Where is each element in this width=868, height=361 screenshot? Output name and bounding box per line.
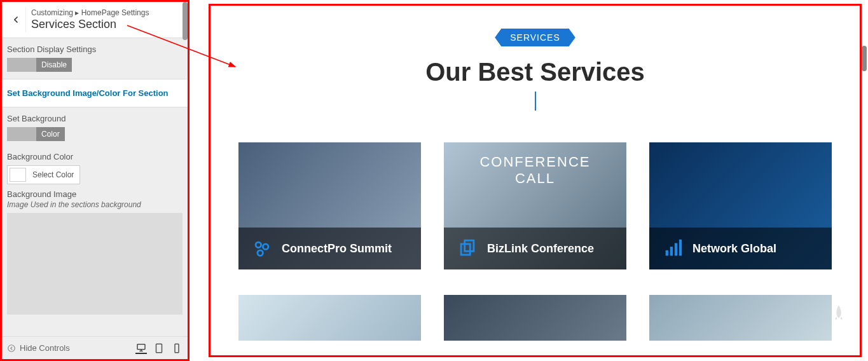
display-label: Section Display Settings <box>7 44 183 54</box>
service-card[interactable] <box>238 295 421 341</box>
color-swatch <box>10 168 26 182</box>
color-picker[interactable]: Select Color <box>7 165 80 184</box>
set-bg-label: Set Background <box>7 114 183 123</box>
preview-pane: SERVICES Our Best Services ConnectPro Su… <box>209 4 862 357</box>
service-cards-row: ConnectPro Summit CONFERENCECALL BizLink… <box>236 142 834 269</box>
tablet-icon[interactable] <box>153 343 165 354</box>
mobile-icon[interactable] <box>171 343 183 354</box>
breadcrumb: Customizing ▸ HomePage Settings <box>31 8 149 18</box>
svg-rect-1 <box>137 344 145 349</box>
collapse-icon <box>7 344 16 353</box>
bg-image-placeholder[interactable] <box>7 213 183 315</box>
service-card[interactable]: ConnectPro Summit <box>238 142 421 269</box>
hide-controls-label: Hide Controls <box>20 343 70 353</box>
svg-point-8 <box>258 250 263 256</box>
bg-toggle-button[interactable]: Color <box>36 127 65 141</box>
card-title: BizLink Conference <box>487 242 594 255</box>
back-button[interactable] <box>6 7 26 32</box>
svg-rect-13 <box>675 243 677 256</box>
svg-point-0 <box>8 344 15 351</box>
set-bg-link[interactable]: Set Background Image/Color For Section <box>2 79 188 107</box>
svg-point-6 <box>256 242 261 248</box>
display-settings-block: Section Display Settings Disable <box>2 38 188 79</box>
services-badge: SERVICES <box>495 29 575 46</box>
svg-rect-2 <box>156 344 162 353</box>
section-title: Services Section <box>31 18 149 31</box>
display-toggle-button[interactable]: Disable <box>36 58 72 72</box>
chevron-left-icon <box>11 15 21 25</box>
svg-point-7 <box>263 244 268 250</box>
scroll-top-rocket-icon[interactable] <box>829 302 848 325</box>
svg-rect-3 <box>175 344 179 353</box>
sidebar-footer: Hide Controls <box>2 336 188 359</box>
device-buttons <box>135 343 183 354</box>
bg-image-desc: Image Used in the sections background <box>7 200 183 209</box>
customizer-sidebar: Customizing ▸ HomePage Settings Services… <box>0 0 189 361</box>
display-toggle-track[interactable] <box>7 58 36 72</box>
svg-rect-11 <box>666 250 668 256</box>
gear-icon <box>251 238 273 259</box>
card-title: Network Global <box>692 242 776 255</box>
card-bg-text: CONFERENCECALL <box>444 154 626 187</box>
preview-title: Our Best Services <box>236 58 834 86</box>
bg-color-label: Background Color <box>7 152 183 161</box>
sidebar-scrollbar[interactable] <box>183 2 188 40</box>
bg-image-label: Background Image <box>7 189 183 199</box>
copy-icon <box>457 238 478 259</box>
select-color-button[interactable]: Select Color <box>29 168 78 181</box>
card-title: ConnectPro Summit <box>282 242 392 255</box>
sidebar-header: Customizing ▸ HomePage Settings Services… <box>2 2 188 38</box>
service-cards-row-2 <box>236 295 834 341</box>
hide-controls-button[interactable]: Hide Controls <box>7 343 70 353</box>
service-card[interactable] <box>444 295 626 341</box>
svg-rect-14 <box>679 240 682 256</box>
desktop-icon[interactable] <box>135 343 147 354</box>
preview-scrollbar[interactable] <box>862 46 867 71</box>
service-card[interactable] <box>649 295 832 341</box>
bar-chart-icon <box>662 238 684 259</box>
svg-rect-12 <box>670 247 673 255</box>
service-card[interactable]: Network Global <box>649 142 832 269</box>
title-underline <box>535 92 536 111</box>
service-card[interactable]: CONFERENCECALL BizLink Conference <box>444 142 626 269</box>
bg-toggle-track[interactable] <box>7 127 36 141</box>
